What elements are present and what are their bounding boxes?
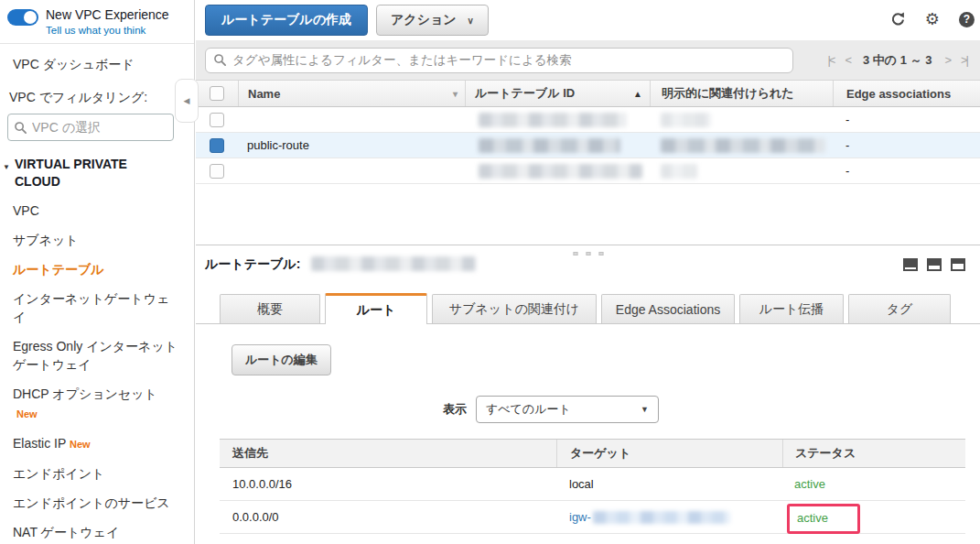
row-checkbox[interactable]	[210, 164, 224, 179]
column-header-route-table-id[interactable]: ルートテーブル ID ▲	[465, 81, 650, 106]
caret-down-icon: ▼	[641, 405, 649, 414]
filter-search[interactable]	[205, 48, 793, 73]
column-header-edge-associations[interactable]: Edge associations	[833, 81, 980, 106]
tab-subnet-associations[interactable]: サブネットの関連付け	[432, 294, 597, 323]
actions-button[interactable]: アクション ∨	[376, 5, 489, 36]
new-experience-label: New VPC Experience	[46, 7, 169, 22]
route-view-select[interactable]: すべてのルート ▼	[476, 396, 659, 423]
detail-panel: ルートテーブル: 概要 ルート サブネットの関連付け Edge Associat…	[196, 245, 980, 534]
new-experience-toggle[interactable]	[7, 9, 38, 26]
route-table-id-redacted	[479, 113, 627, 127]
pagination-label: 3 中の 1 ～ 3	[863, 52, 932, 69]
sidebar: New VPC Experience Tell us what you thin…	[0, 0, 195, 544]
route-destination: 10.0.0.0/16	[220, 477, 556, 491]
route-target-igw-link[interactable]: igw-	[569, 510, 591, 524]
create-route-table-button[interactable]: ルートテーブルの作成	[205, 5, 368, 36]
route-status: active	[797, 511, 828, 525]
sidebar-collapse-button[interactable]: ◀	[175, 79, 199, 123]
sort-asc-icon: ▲	[633, 89, 642, 99]
sidebar-item-endpoint-services[interactable]: エンドポイントのサービス	[13, 494, 182, 512]
pagination-prev-icon[interactable]: <	[845, 53, 850, 67]
column-header-status: ステータス	[782, 440, 965, 467]
tab-route-propagation[interactable]: ルート伝播	[739, 294, 844, 323]
panel-header: ルートテーブル:	[196, 245, 980, 278]
tab-routes[interactable]: ルート	[325, 293, 427, 324]
route-row[interactable]: 10.0.0.0/16 local active	[220, 468, 965, 501]
association-redacted	[661, 164, 697, 179]
sidebar-item-internet-gateways[interactable]: インターネットゲートウェイ	[13, 289, 182, 326]
sidebar-item-endpoints[interactable]: エンドポイント	[13, 464, 182, 483]
row-checkbox[interactable]	[210, 113, 224, 127]
route-table-id-redacted	[479, 138, 620, 153]
help-icon[interactable]: ?	[959, 12, 975, 27]
column-header-target: ターゲット	[556, 440, 782, 467]
refresh-icon[interactable]	[889, 11, 906, 27]
column-header-name[interactable]: Name ▾	[238, 81, 465, 106]
panel-layout-expand-icon[interactable]	[951, 258, 965, 271]
panel-route-table-id-redacted	[311, 256, 476, 271]
main-content: ルートテーブルの作成 アクション ∨ ⚙ ? |< <	[196, 0, 980, 544]
toolbar: ルートテーブルの作成 アクション ∨ ⚙ ?	[196, 0, 980, 40]
row-name: public-route	[247, 138, 309, 152]
sidebar-item-elastic-ip[interactable]: Elastic IP New	[13, 434, 182, 453]
route-target: local	[569, 477, 594, 491]
table-row[interactable]: -	[196, 107, 980, 133]
sidebar-item-route-tables[interactable]: ルートテーブル	[13, 260, 182, 278]
row-edge-associations: -	[845, 164, 849, 178]
highlight-annotation-box: active	[787, 504, 860, 534]
sidebar-item-egress-only-igw[interactable]: Egress Only インターネットゲートウェイ	[13, 337, 182, 374]
column-header-id-label: ルートテーブル ID	[475, 85, 575, 102]
column-header-associated[interactable]: 明示的に関連付けられた	[650, 81, 833, 106]
sidebar-item-dashboard[interactable]: VPC ダッシュボード	[0, 44, 194, 73]
sidebar-item-vpc[interactable]: VPC	[13, 201, 182, 220]
view-filter-row: 表示 すべてのルート ▼	[443, 396, 980, 423]
new-badge: New	[70, 439, 91, 450]
route-view-selected-value: すべてのルート	[486, 401, 571, 418]
tab-edge-associations[interactable]: Edge Associations	[601, 294, 735, 323]
routes-table: 送信先 ターゲット ステータス 10.0.0.0/16 local active…	[220, 439, 965, 534]
row-edge-associations: -	[845, 138, 849, 152]
section-virtual-private-cloud: ▼ VIRTUAL PRIVATE CLOUD	[0, 141, 165, 190]
tab-tags[interactable]: タグ	[848, 294, 951, 323]
edit-routes-button[interactable]: ルートの編集	[232, 344, 331, 375]
search-icon	[213, 53, 227, 67]
section-title-label: VIRTUAL PRIVATE CLOUD	[15, 157, 127, 189]
igw-id-redacted	[593, 511, 730, 524]
tab-summary[interactable]: 概要	[220, 294, 320, 323]
panel-title: ルートテーブル:	[205, 256, 300, 271]
chevron-down-icon: ∨	[468, 16, 474, 26]
route-tables-table: Name ▾ ルートテーブル ID ▲ 明示的に関連付けられた Edge ass…	[196, 81, 980, 184]
association-redacted	[661, 113, 711, 127]
section-collapse-icon[interactable]: ▼	[3, 158, 10, 176]
pagination-first-icon[interactable]: |<	[827, 53, 834, 67]
select-all-checkbox[interactable]	[210, 86, 224, 101]
row-edge-associations: -	[845, 113, 849, 126]
feedback-link[interactable]: Tell us what you think	[46, 25, 169, 36]
pagination-last-icon[interactable]: >|	[961, 53, 967, 67]
toggle-knob	[24, 11, 37, 24]
table-row-selected[interactable]: public-route -	[196, 133, 980, 158]
row-checkbox-checked[interactable]	[210, 138, 224, 153]
vpc-select-search[interactable]	[7, 114, 174, 141]
table-row[interactable]: -	[196, 158, 980, 184]
sidebar-item-dhcp-options[interactable]: DHCP オプションセット New	[13, 385, 182, 423]
actions-button-label: アクション	[391, 12, 457, 27]
route-tables-header: Name ▾ ルートテーブル ID ▲ 明示的に関連付けられた Edge ass…	[196, 81, 980, 107]
panel-tabs: 概要 ルート サブネットの関連付け Edge Associations ルート伝…	[196, 293, 980, 324]
vpc-select-input[interactable]	[32, 120, 160, 135]
filter-search-input[interactable]	[232, 53, 785, 67]
association-redacted	[661, 138, 825, 153]
column-header-name-label: Name	[248, 87, 280, 101]
gear-icon[interactable]: ⚙	[925, 11, 940, 27]
sidebar-item-subnets[interactable]: サブネット	[13, 231, 182, 249]
view-label: 表示	[443, 401, 467, 418]
panel-layout-split-icon[interactable]	[927, 258, 942, 271]
sidebar-item-nat-gateways[interactable]: NAT ゲートウェイ	[13, 523, 182, 541]
route-destination: 0.0.0.0/0	[220, 510, 556, 524]
route-status: active	[794, 477, 825, 491]
pagination-next-icon[interactable]: >	[944, 53, 950, 67]
search-icon	[14, 121, 27, 135]
panel-layout-collapse-icon[interactable]	[903, 258, 918, 271]
route-row[interactable]: 0.0.0.0/0 igw- active	[220, 501, 965, 534]
pagination: |< < 3 中の 1 ～ 3 > >|	[827, 52, 971, 69]
